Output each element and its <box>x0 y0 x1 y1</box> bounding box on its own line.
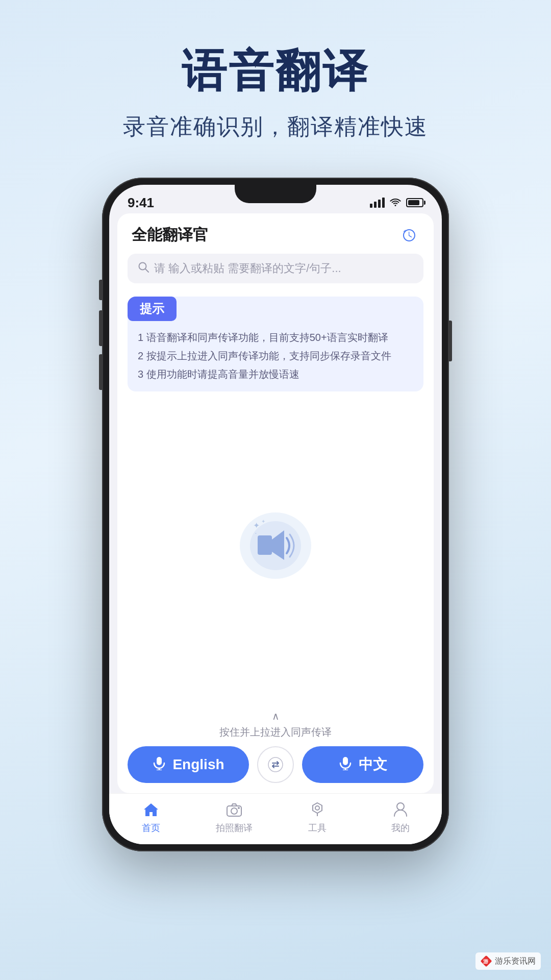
phone-mockup: 9:41 <box>0 178 551 851</box>
svg-rect-12 <box>343 757 348 765</box>
pull-up-text: 按住并上拉进入同声传译 <box>219 725 332 739</box>
tips-body: 1 语音翻译和同声传译功能，目前支持50+语言实时翻译 2 按提示上拉进入同声传… <box>128 321 423 391</box>
tips-item-1: 1 语音翻译和同声传译功能，目前支持50+语言实时翻译 <box>138 328 413 347</box>
tips-item-2: 2 按提示上拉进入同声传译功能，支持同步保存录音文件 <box>138 347 413 365</box>
page-background: 语音翻译 录音准确识别，翻译精准快速 9:41 <box>0 0 551 851</box>
search-icon <box>138 261 149 276</box>
wifi-icon <box>390 197 401 209</box>
tips-label: 提示 <box>140 302 164 315</box>
svg-point-16 <box>231 808 237 814</box>
chinese-label: 中文 <box>359 755 387 774</box>
tips-header: 提示 <box>128 297 177 321</box>
page-title: 语音翻译 <box>20 41 531 102</box>
english-label: English <box>172 756 224 773</box>
swap-language-button[interactable] <box>257 746 294 783</box>
search-bar[interactable]: 请 输入或粘贴 需要翻译的文字/句子... <box>128 254 423 283</box>
phone-screen: 9:41 <box>109 185 442 844</box>
history-icon[interactable] <box>399 225 419 246</box>
home-icon <box>142 800 160 819</box>
battery-icon <box>406 198 423 207</box>
bottom-navigation: 首页 拍照翻译 <box>109 793 442 844</box>
tools-icon <box>308 800 327 819</box>
english-lang-button[interactable]: English <box>128 746 249 783</box>
page-header: 语音翻译 录音准确识别，翻译精准快速 <box>0 0 551 162</box>
page-subtitle: 录音准确识别，翻译精准快速 <box>20 112 531 142</box>
svg-text:•: • <box>255 531 257 535</box>
chinese-lang-button[interactable]: 中文 <box>302 746 423 783</box>
svg-text:✦: ✦ <box>261 519 265 524</box>
mic-icon-left <box>152 756 166 774</box>
svg-text:✦: ✦ <box>253 521 260 530</box>
svg-point-11 <box>268 757 283 772</box>
phone-frame: 9:41 <box>102 178 449 851</box>
svg-rect-8 <box>157 757 162 765</box>
tips-card: 提示 1 语音翻译和同声传译功能，目前支持50+语言实时翻译 2 按提示上拉进入… <box>128 297 423 391</box>
search-placeholder: 请 输入或粘贴 需要翻译的文字/句子... <box>154 261 341 276</box>
nav-item-home[interactable]: 首页 <box>109 800 192 834</box>
app-content: 全能翻译官 <box>117 213 434 793</box>
svg-rect-4 <box>258 535 272 555</box>
pull-up-hint: ∧ 按住并上拉进入同声传译 <box>219 710 332 739</box>
side-button-right <box>449 321 452 361</box>
svg-point-18 <box>315 806 319 810</box>
nav-label-profile: 我的 <box>391 822 410 834</box>
svg-point-20 <box>397 803 404 810</box>
nav-label-camera: 拍照翻译 <box>216 822 253 834</box>
bottom-section: ∧ 按住并上拉进入同声传译 <box>117 705 434 793</box>
main-area: 提示 1 语音翻译和同声传译功能，目前支持50+语言实时翻译 2 按提示上拉进入… <box>117 291 434 705</box>
signal-icon <box>370 198 385 208</box>
app-title: 全能翻译官 <box>132 225 208 246</box>
profile-icon <box>391 800 410 819</box>
nav-item-profile[interactable]: 我的 <box>359 800 442 834</box>
nav-label-home: 首页 <box>142 822 160 834</box>
nav-item-camera[interactable]: 拍照翻译 <box>192 800 276 834</box>
speaker-illustration-area: ✦ ✦ • <box>224 391 327 700</box>
nav-item-tools[interactable]: 工具 <box>276 800 359 834</box>
status-icons <box>370 197 423 209</box>
nav-label-tools: 工具 <box>308 822 327 834</box>
camera-icon <box>225 800 243 819</box>
speaker-illustration: ✦ ✦ • <box>224 495 327 597</box>
phone-notch <box>235 185 316 203</box>
watermark: 游 游乐资讯网 <box>475 952 541 970</box>
svg-text:游: 游 <box>483 959 489 964</box>
language-buttons: English <box>128 746 423 783</box>
chevron-up-icon: ∧ <box>272 710 280 722</box>
app-header: 全能翻译官 <box>117 213 434 254</box>
tips-item-3: 3 使用功能时请提高音量并放慢语速 <box>138 365 413 383</box>
mic-icon-right <box>338 756 353 774</box>
status-time: 9:41 <box>128 195 154 211</box>
svg-line-1 <box>145 269 148 272</box>
side-buttons-left <box>99 280 102 398</box>
svg-point-17 <box>238 807 240 809</box>
watermark-text: 游乐资讯网 <box>495 956 536 967</box>
